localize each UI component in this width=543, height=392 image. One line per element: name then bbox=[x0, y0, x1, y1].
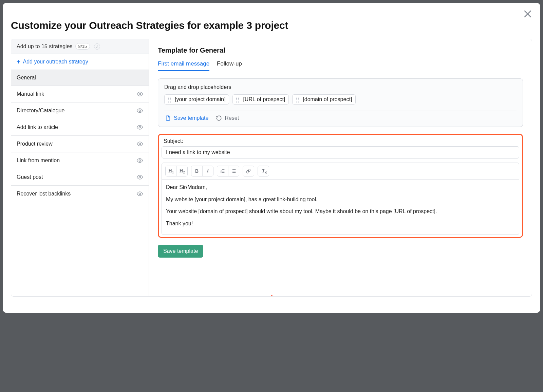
reset-link[interactable]: Reset bbox=[216, 115, 239, 121]
eye-icon[interactable] bbox=[136, 157, 143, 164]
placeholder-box: Drag and drop placeholders [your project… bbox=[158, 78, 523, 127]
template-title: Template for General bbox=[158, 46, 523, 54]
template-editor: Template for General First email message… bbox=[149, 39, 532, 296]
editor-highlight: Subject: H1 H2 B I bbox=[158, 134, 523, 238]
eye-icon[interactable] bbox=[136, 124, 143, 131]
close-icon[interactable] bbox=[523, 9, 533, 19]
subject-input[interactable] bbox=[162, 146, 519, 158]
italic-button[interactable]: I bbox=[202, 166, 213, 176]
strategy-label: Directory/Catalogue bbox=[17, 108, 64, 114]
sidebar-item-strategy[interactable]: Manual link bbox=[11, 86, 149, 102]
sidebar-item-strategy[interactable]: General bbox=[11, 70, 149, 86]
sidebar-header-label: Add up to 15 strategies bbox=[17, 43, 73, 50]
link-button[interactable] bbox=[243, 166, 254, 176]
reset-icon bbox=[216, 115, 222, 121]
strategy-count-pill: 8/15 bbox=[75, 43, 90, 50]
strategy-label: Manual link bbox=[17, 91, 44, 97]
drag-grip-icon bbox=[295, 96, 300, 103]
add-strategy-label: Add your outreach strategy bbox=[23, 59, 88, 65]
annotation-arrow bbox=[268, 294, 318, 297]
strategy-label: Guest post bbox=[17, 174, 43, 180]
placeholder-chip-label: [domain of prospect] bbox=[303, 96, 352, 102]
rte-paragraph: Thank you! bbox=[166, 220, 515, 227]
email-tabs: First email message Follow-up bbox=[158, 60, 523, 71]
strategy-label: Product review bbox=[17, 141, 53, 147]
rte-paragraph: Dear Sir/Madam, bbox=[166, 184, 515, 191]
rte-paragraph: Your website [domain of prospect] should… bbox=[166, 208, 515, 215]
sidebar-item-strategy[interactable]: Product review bbox=[11, 136, 149, 152]
eye-icon[interactable] bbox=[136, 174, 143, 181]
bold-button[interactable]: B bbox=[191, 166, 202, 176]
sidebar-item-strategy[interactable]: Guest post bbox=[11, 169, 149, 186]
svg-point-4 bbox=[139, 127, 141, 128]
add-strategy-button[interactable]: + Add your outreach strategy bbox=[11, 54, 149, 70]
rte-paragraph: My website [your project domain], has a … bbox=[166, 196, 515, 203]
file-icon bbox=[165, 115, 171, 121]
rich-text-editor: H1 H2 B I 123 bbox=[162, 163, 519, 235]
sidebar-header: Add up to 15 strategies 8/15 i bbox=[11, 39, 149, 54]
tab-first-email[interactable]: First email message bbox=[158, 60, 209, 71]
ordered-list-button[interactable]: 123 bbox=[217, 166, 228, 176]
save-template-link-label: Save template bbox=[174, 115, 208, 121]
placeholder-chip[interactable]: [domain of prospect] bbox=[292, 94, 356, 105]
svg-point-7 bbox=[139, 176, 141, 178]
sidebar-item-strategy[interactable]: Recover lost backlinks bbox=[11, 186, 149, 202]
placeholder-chip-label: [URL of prospect] bbox=[243, 96, 285, 102]
tab-followup[interactable]: Follow-up bbox=[217, 60, 242, 71]
strategy-label: General bbox=[17, 75, 36, 81]
strategy-label: Add link to article bbox=[17, 124, 58, 130]
eye-icon[interactable] bbox=[136, 141, 143, 147]
svg-text:3: 3 bbox=[221, 171, 222, 173]
subject-label: Subject: bbox=[164, 138, 519, 144]
info-icon[interactable]: i bbox=[94, 43, 100, 50]
rte-toolbar: H1 H2 B I 123 bbox=[162, 163, 519, 180]
svg-point-6 bbox=[139, 160, 141, 162]
heading2-button[interactable]: H2 bbox=[176, 166, 187, 176]
svg-point-3 bbox=[139, 110, 141, 112]
svg-point-20 bbox=[232, 172, 232, 173]
strategy-label: Recover lost backlinks bbox=[17, 191, 71, 197]
heading1-button[interactable]: H1 bbox=[166, 166, 176, 176]
sidebar-item-strategy[interactable]: Add link to article bbox=[11, 119, 149, 136]
svg-point-8 bbox=[139, 193, 141, 195]
strategy-list: GeneralManual linkDirectory/CatalogueAdd… bbox=[11, 70, 149, 202]
sidebar-item-strategy[interactable]: Link from mention bbox=[11, 152, 149, 169]
svg-point-5 bbox=[139, 143, 141, 145]
placeholder-chip-label: [your project domain] bbox=[175, 96, 225, 102]
unordered-list-button[interactable] bbox=[228, 166, 239, 176]
placeholder-chip[interactable]: [your project domain] bbox=[164, 94, 229, 105]
strategies-sidebar: Add up to 15 strategies 8/15 i + Add you… bbox=[11, 39, 149, 296]
placeholder-chip[interactable]: [URL of prospect] bbox=[232, 94, 289, 105]
placeholder-chips-row: [your project domain][URL of prospect][d… bbox=[164, 94, 517, 111]
eye-icon[interactable] bbox=[136, 107, 143, 114]
drag-grip-icon bbox=[235, 96, 240, 103]
main-panel: Add up to 15 strategies 8/15 i + Add you… bbox=[11, 39, 532, 297]
plus-icon: + bbox=[17, 59, 20, 65]
save-template-button[interactable]: Save template bbox=[158, 245, 203, 258]
page-title: Customize your Outreach Strategies for e… bbox=[11, 20, 532, 31]
customize-outreach-modal: Customize your Outreach Strategies for e… bbox=[3, 3, 540, 313]
svg-point-18 bbox=[232, 169, 232, 170]
svg-point-2 bbox=[139, 93, 141, 95]
svg-point-19 bbox=[232, 171, 232, 171]
reset-link-label: Reset bbox=[225, 115, 239, 121]
rte-body[interactable]: Dear Sir/Madam,My website [your project … bbox=[162, 180, 519, 235]
placeholder-title: Drag and drop placeholders bbox=[164, 84, 517, 90]
eye-icon[interactable] bbox=[136, 190, 143, 197]
save-template-link[interactable]: Save template bbox=[165, 115, 208, 121]
strategy-label: Link from mention bbox=[17, 157, 60, 164]
drag-grip-icon bbox=[167, 96, 172, 103]
clear-format-button[interactable]: T✕ bbox=[258, 166, 269, 176]
eye-icon[interactable] bbox=[136, 91, 143, 97]
sidebar-item-strategy[interactable]: Directory/Catalogue bbox=[11, 102, 149, 119]
